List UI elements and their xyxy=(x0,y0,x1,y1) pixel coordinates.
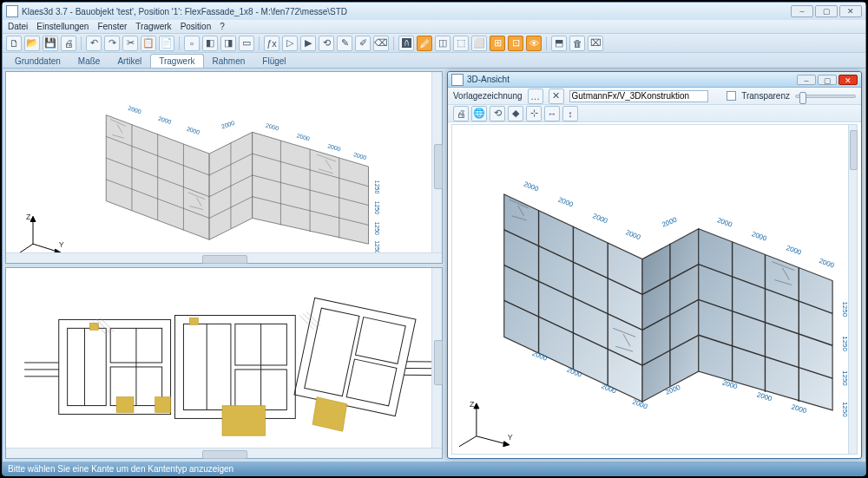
wire-v-scroll[interactable] xyxy=(431,72,442,252)
wireframe-pane[interactable]: 2000 2000 2000 2000 2000 2000 2000 2000 … xyxy=(5,71,443,264)
svg-line-59 xyxy=(404,369,434,381)
toolbar-btn-2[interactable]: 💾 xyxy=(43,36,58,51)
toolbar-btn-5[interactable]: ↷ xyxy=(104,36,120,51)
tab-fluegel[interactable]: Flügel xyxy=(253,54,294,68)
profile-h-scroll[interactable] xyxy=(6,448,442,458)
toolbar-btn-25[interactable]: ⊞ xyxy=(490,36,505,51)
toolbar-btn-8[interactable]: 📄 xyxy=(159,36,174,51)
template-field[interactable] xyxy=(569,90,708,102)
view3d-tool-5[interactable]: ↔ xyxy=(544,106,560,121)
toolbar-btn-12[interactable]: ▭ xyxy=(239,36,254,51)
template-clear-button[interactable]: ✕ xyxy=(549,88,564,104)
view3d-window[interactable]: 3D-Ansicht – ▢ ✕ Vorlagezeichnung … ✕ Tr… xyxy=(447,71,862,459)
toolbar-btn-9[interactable]: ▫ xyxy=(184,36,200,51)
view3d-v-scroll[interactable] xyxy=(848,124,858,455)
menu-tragwerk[interactable]: Tragwerk xyxy=(135,22,171,31)
view3d-titlebar[interactable]: 3D-Ansicht – ▢ ✕ xyxy=(448,72,861,88)
toolbar-btn-18[interactable]: ✐ xyxy=(355,36,371,51)
tab-artikel[interactable]: Artikel xyxy=(108,54,150,68)
toolbar-btn-17[interactable]: ✎ xyxy=(337,36,352,51)
status-text: Bitte wählen Sie eine Kante um den Kante… xyxy=(8,464,233,474)
view3d-tool-6[interactable]: ↕ xyxy=(562,106,578,121)
svg-text:Z: Z xyxy=(470,400,475,409)
profile-pane[interactable] xyxy=(5,267,443,459)
menu-einstellungen[interactable]: Einstellungen xyxy=(36,22,89,31)
svg-line-114 xyxy=(459,436,477,447)
minimize-button[interactable]: – xyxy=(791,5,813,17)
toolbar-btn-19[interactable]: ⌫ xyxy=(373,36,389,51)
view3d-tool-2[interactable]: ⟲ xyxy=(490,106,505,121)
toolbar-btn-30[interactable]: ⌧ xyxy=(588,36,603,51)
view3d-maximize[interactable]: ▢ xyxy=(818,75,837,85)
svg-text:Y: Y xyxy=(59,240,64,249)
transparency-slider[interactable] xyxy=(795,95,856,98)
view3d-canvas[interactable]: 2000 2000 2000 2000 2000 2000 2000 2000 … xyxy=(451,124,858,455)
view3d-close[interactable]: ✕ xyxy=(838,75,858,85)
svg-text:1250: 1250 xyxy=(374,180,380,194)
svg-text:1250: 1250 xyxy=(374,201,380,215)
toolbar-btn-24[interactable]: ⬜ xyxy=(471,36,487,51)
template-browse-button[interactable]: … xyxy=(528,88,543,104)
svg-text:2000: 2000 xyxy=(186,126,201,135)
toolbar-btn-26[interactable]: ⊡ xyxy=(508,36,523,51)
toolbar-btn-13[interactable]: ƒx xyxy=(264,36,279,51)
tab-rahmen[interactable]: Rahmen xyxy=(204,54,254,68)
toolbar-btn-29[interactable]: 🗑 xyxy=(569,36,585,51)
svg-text:2000: 2000 xyxy=(716,216,733,229)
svg-marker-115 xyxy=(474,403,479,409)
view3d-title: 3D-Ansicht xyxy=(467,75,510,84)
svg-text:2000: 2000 xyxy=(327,142,342,152)
svg-text:2000: 2000 xyxy=(157,115,172,125)
transparency-checkbox[interactable] xyxy=(727,91,736,101)
view3d-tool-1[interactable]: 🌐 xyxy=(471,106,487,121)
maximize-button[interactable]: ▢ xyxy=(815,5,838,17)
svg-rect-60 xyxy=(116,397,134,413)
toolbar-btn-23[interactable]: ⬚ xyxy=(453,36,469,51)
view3d-tool-3[interactable]: ◆ xyxy=(508,106,523,121)
svg-line-70 xyxy=(303,314,317,328)
toolbar-btn-27[interactable]: 👁 xyxy=(526,36,542,51)
view3d-tool-4[interactable]: ⊹ xyxy=(526,106,542,121)
menu-position[interactable]: Position xyxy=(181,22,212,31)
svg-line-67 xyxy=(96,319,110,333)
toolbar-btn-14[interactable]: ▷ xyxy=(282,36,298,51)
svg-rect-55 xyxy=(356,318,406,364)
toolbar-btn-10[interactable]: ◧ xyxy=(202,36,218,51)
menubar: Datei Einstellungen Fenster Tragwerk Pos… xyxy=(3,20,865,34)
view3d-tool-0[interactable]: 🖨 xyxy=(453,106,469,121)
toolbar-btn-1[interactable]: 📂 xyxy=(24,36,40,51)
tabbar: Grunddaten Maße Artikel Tragwerk Rahmen … xyxy=(3,53,865,69)
view3d-minimize[interactable]: – xyxy=(797,75,816,85)
toolbar-btn-22[interactable]: ◫ xyxy=(435,36,450,51)
tab-masse[interactable]: Maße xyxy=(69,54,109,68)
svg-marker-2 xyxy=(253,132,369,244)
tab-grunddaten[interactable]: Grunddaten xyxy=(6,54,69,68)
tab-tragwerk[interactable]: Tragwerk xyxy=(150,54,203,68)
svg-text:2000: 2000 xyxy=(786,244,803,257)
svg-text:2000: 2000 xyxy=(791,403,808,415)
toolbar-btn-4[interactable]: ↶ xyxy=(86,36,102,51)
menu-fenster[interactable]: Fenster xyxy=(97,22,127,31)
toolbar-btn-20[interactable]: 🅰 xyxy=(398,36,414,51)
menu-datei[interactable]: Datei xyxy=(8,22,28,31)
toolbar-btn-15[interactable]: ▶ xyxy=(300,36,316,51)
toolbar-btn-0[interactable]: 🗋 xyxy=(6,36,22,51)
view3d-toolbar: 🖨🌐⟲◆⊹↔↕ xyxy=(448,105,861,122)
wire-h-scroll[interactable] xyxy=(6,252,442,263)
toolbar-btn-3[interactable]: 🖨 xyxy=(61,36,76,51)
main-titlebar[interactable]: Klaes3d 3.7 - Bauobjekt 'test', Position… xyxy=(3,3,865,20)
toolbar-btn-7[interactable]: 📋 xyxy=(141,36,156,51)
toolbar-btn-21[interactable]: 🖉 xyxy=(417,36,432,51)
transparency-label: Transparenz xyxy=(741,91,790,101)
toolbar-btn-6[interactable]: ✂ xyxy=(122,36,138,51)
statusbar: Bitte wählen Sie eine Kante um den Kante… xyxy=(3,462,865,475)
svg-text:2000: 2000 xyxy=(352,151,367,160)
close-button[interactable]: ✕ xyxy=(839,5,862,17)
menu-help[interactable]: ? xyxy=(220,22,225,31)
view3d-options: Vorlagezeichnung … ✕ Transparenz xyxy=(448,88,861,105)
profile-v-scroll[interactable] xyxy=(431,268,442,448)
svg-rect-61 xyxy=(155,397,171,413)
toolbar-btn-16[interactable]: ⟲ xyxy=(319,36,334,51)
toolbar-btn-11[interactable]: ◨ xyxy=(220,36,236,51)
toolbar-btn-28[interactable]: ⬒ xyxy=(551,36,567,51)
